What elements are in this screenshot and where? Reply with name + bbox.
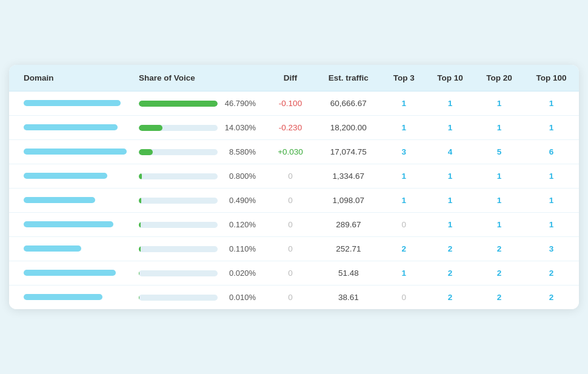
sov-percentage: 46.790% bbox=[222, 99, 256, 108]
top10-cell: 1 bbox=[426, 213, 475, 237]
sov-cell: 14.030% bbox=[133, 116, 266, 140]
table-row: 14.030%-0.23018,200.001111 bbox=[9, 116, 579, 140]
top100-cell: 2 bbox=[524, 286, 579, 310]
top100-cell: 1 bbox=[524, 92, 579, 116]
top10-cell: 1 bbox=[426, 92, 475, 116]
table-row: 0.010%038.610222 bbox=[9, 286, 579, 310]
top100-cell: 6 bbox=[524, 140, 579, 164]
diff-cell: 0 bbox=[266, 237, 315, 261]
domain-bar bbox=[24, 197, 95, 203]
top3-cell: 1 bbox=[383, 164, 426, 189]
top20-cell: 2 bbox=[475, 286, 524, 310]
traffic-cell: 252.71 bbox=[315, 237, 383, 261]
traffic-cell: 1,334.67 bbox=[315, 164, 383, 189]
col-top3: Top 3 bbox=[383, 65, 426, 92]
top20-cell: 1 bbox=[475, 189, 524, 213]
top10-cell: 4 bbox=[426, 140, 475, 164]
traffic-cell: 289.67 bbox=[315, 213, 383, 237]
top10-cell: 1 bbox=[426, 164, 475, 189]
top10-cell: 1 bbox=[426, 189, 475, 213]
domain-bar bbox=[24, 245, 81, 252]
table-row: 0.490%01,098.071111 bbox=[9, 189, 579, 213]
main-card: Domain Share of Voice Diff Est. traffic … bbox=[9, 65, 579, 309]
sov-bar-container bbox=[139, 222, 218, 228]
domain-cell bbox=[9, 140, 133, 164]
sov-bar-fill bbox=[139, 101, 218, 107]
top100-cell: 3 bbox=[524, 237, 579, 261]
top3-cell: 1 bbox=[383, 92, 426, 116]
col-top100: Top 100 bbox=[524, 65, 579, 92]
sov-percentage: 0.120% bbox=[222, 220, 256, 229]
diff-cell: +0.030 bbox=[266, 140, 315, 164]
top3-cell: 2 bbox=[383, 237, 426, 261]
domain-bar bbox=[24, 100, 121, 106]
domain-cell bbox=[9, 286, 133, 310]
top10-cell: 2 bbox=[426, 286, 475, 310]
col-diff: Diff bbox=[266, 65, 315, 92]
sov-percentage: 0.020% bbox=[222, 269, 256, 278]
traffic-cell: 60,666.67 bbox=[315, 92, 383, 116]
sov-percentage: 0.010% bbox=[222, 293, 256, 302]
table-row: 0.800%01,334.671111 bbox=[9, 164, 579, 189]
top20-cell: 1 bbox=[475, 92, 524, 116]
traffic-cell: 1,098.07 bbox=[315, 189, 383, 213]
sov-cell: 0.110% bbox=[133, 237, 266, 261]
sov-cell: 8.580% bbox=[133, 140, 266, 164]
table-header-row: Domain Share of Voice Diff Est. traffic … bbox=[9, 65, 579, 92]
domain-bar bbox=[24, 221, 113, 227]
domain-bar bbox=[24, 149, 127, 155]
domain-bar bbox=[24, 124, 118, 130]
table-row: 8.580%+0.03017,074.753456 bbox=[9, 140, 579, 164]
domain-cell bbox=[9, 164, 133, 189]
col-traffic: Est. traffic bbox=[315, 65, 383, 92]
top20-cell: 2 bbox=[475, 261, 524, 286]
table-row: 0.120%0289.670111 bbox=[9, 213, 579, 237]
domain-cell bbox=[9, 92, 133, 116]
sov-percentage: 0.110% bbox=[222, 244, 256, 253]
sov-cell: 0.120% bbox=[133, 213, 266, 237]
sov-bar-container bbox=[139, 246, 218, 252]
traffic-cell: 17,074.75 bbox=[315, 140, 383, 164]
top3-cell: 0 bbox=[383, 213, 426, 237]
top3-cell: 1 bbox=[383, 189, 426, 213]
diff-cell: 0 bbox=[266, 213, 315, 237]
sov-bar-fill bbox=[139, 149, 153, 155]
sov-cell: 0.020% bbox=[133, 261, 266, 286]
sov-bar-container bbox=[139, 173, 218, 179]
top100-cell: 1 bbox=[524, 116, 579, 140]
sov-bar-fill bbox=[139, 270, 139, 276]
domain-cell bbox=[9, 237, 133, 261]
sov-bar-fill bbox=[139, 246, 141, 252]
col-sov: Share of Voice bbox=[133, 65, 266, 92]
top20-cell: 1 bbox=[475, 213, 524, 237]
sov-cell: 0.490% bbox=[133, 189, 266, 213]
diff-cell: 0 bbox=[266, 261, 315, 286]
traffic-cell: 38.61 bbox=[315, 286, 383, 310]
sov-bar-fill bbox=[139, 198, 141, 204]
sov-bar-fill bbox=[139, 295, 139, 301]
sov-percentage: 0.490% bbox=[222, 196, 256, 205]
domain-cell bbox=[9, 116, 133, 140]
sov-bar-container bbox=[139, 295, 218, 301]
traffic-cell: 51.48 bbox=[315, 261, 383, 286]
top100-cell: 2 bbox=[524, 261, 579, 286]
diff-cell: -0.230 bbox=[266, 116, 315, 140]
top20-cell: 2 bbox=[475, 237, 524, 261]
domain-bar bbox=[24, 173, 107, 179]
sov-cell: 0.800% bbox=[133, 164, 266, 189]
domain-cell bbox=[9, 213, 133, 237]
table-row: 0.020%051.481222 bbox=[9, 261, 579, 286]
col-top10: Top 10 bbox=[426, 65, 475, 92]
diff-cell: 0 bbox=[266, 286, 315, 310]
sov-bar-fill bbox=[139, 173, 142, 179]
diff-cell: -0.100 bbox=[266, 92, 315, 116]
top3-cell: 3 bbox=[383, 140, 426, 164]
diff-cell: 0 bbox=[266, 164, 315, 189]
sov-bar-container bbox=[139, 198, 218, 204]
sov-percentage: 14.030% bbox=[222, 123, 256, 132]
sov-bar-container bbox=[139, 101, 218, 107]
table-row: 46.790%-0.10060,666.671111 bbox=[9, 92, 579, 116]
top20-cell: 5 bbox=[475, 140, 524, 164]
top100-cell: 1 bbox=[524, 213, 579, 237]
top10-cell: 1 bbox=[426, 116, 475, 140]
